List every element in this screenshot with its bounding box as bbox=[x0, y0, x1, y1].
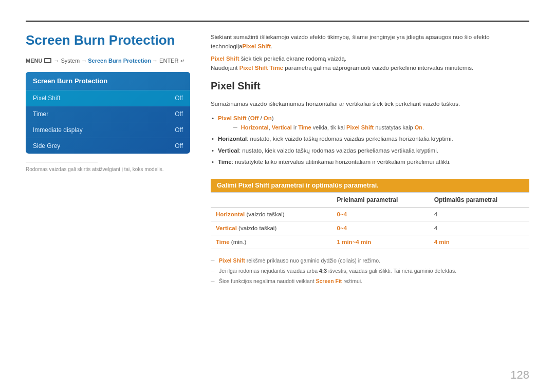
immediate-display-label: Immediate display bbox=[33, 126, 83, 134]
section-title: Pixel Shift bbox=[211, 80, 529, 92]
bullet-pixel-shift-onoff: Pixel Shift (Off / On) Horizontal, Verti… bbox=[211, 114, 529, 132]
table-header-row: Prieinami parametrai Optimalūs parametra… bbox=[211, 193, 529, 208]
time-note: Naudojant Pixel Shift Time parametrą gal… bbox=[211, 65, 529, 71]
page-container: Screen Burn Protection MENU → System → S… bbox=[0, 0, 555, 392]
sub-on2: On bbox=[415, 124, 422, 130]
sub-item-hvt: Horizontal, Vertical ir Time veikia, tik… bbox=[218, 123, 529, 133]
side-grey-value: Off bbox=[175, 142, 183, 150]
menu-item-timer[interactable]: Timer Off bbox=[26, 106, 190, 122]
time-note-text: parametrą galima užprogramuoti vaizdo pe… bbox=[283, 65, 473, 71]
intro-line1-end: . bbox=[271, 43, 272, 49]
bullet-vertical: Vertical: nustato, kiek vaizdo taškų rod… bbox=[211, 146, 529, 155]
table-cell-v-label: Vertical (vaizdo taškai) bbox=[211, 221, 332, 235]
bullet-horizontal: Horizontal: nustato, kiek vaizdo taškų r… bbox=[211, 134, 529, 143]
immediate-display-value: Off bbox=[175, 126, 183, 134]
bullet-v-text: : nustato, kiek vaizdo taškų rodomas vai… bbox=[239, 147, 438, 154]
table-cell-h-label: Horizontal (vaizdo taškai) bbox=[211, 208, 332, 221]
pixel-shift-note-text: šiek tiek perkelia ekrane rodomą vaizdą. bbox=[239, 55, 346, 62]
note3-after: režimui. bbox=[342, 278, 362, 284]
content-area: Screen Burn Protection MENU → System → S… bbox=[26, 32, 529, 377]
table-v-normal: (vaizdo taškai) bbox=[237, 225, 276, 231]
bottom-note-2: Jei ilgai rodomas nejudantis vaizdas arb… bbox=[211, 267, 529, 275]
timer-value: Off bbox=[175, 110, 183, 118]
table-header-optimalus: Optimalūs parametrai bbox=[429, 193, 529, 208]
menu-path-arrow1: → System → bbox=[53, 58, 87, 64]
bullet-ps-off: Off bbox=[250, 115, 259, 121]
bullet-ps-paren: ( bbox=[247, 115, 250, 121]
v-range-value: 0~4 bbox=[337, 225, 347, 231]
menu-path-sbp: Screen Burn Protection bbox=[88, 58, 151, 64]
table-cell-v-range: 0~4 bbox=[332, 221, 429, 235]
intro-line1: Siekiant sumažinti išliekamojo vaizdo ef… bbox=[211, 32, 529, 51]
right-panel: Siekiant sumažinti išliekamojo vaizdo ef… bbox=[206, 32, 529, 377]
bullet-ps-label: Pixel Shift bbox=[218, 115, 247, 121]
h-range-value: 0~4 bbox=[337, 211, 347, 217]
table-header-param bbox=[211, 193, 332, 208]
menu-item-side-grey[interactable]: Side Grey Off bbox=[26, 138, 190, 154]
table-header-prieinami: Prieinami parametrai bbox=[332, 193, 429, 208]
top-line bbox=[26, 21, 529, 22]
bottom-note-1: Pixel Shift reikšmė priklauso nuo gamini… bbox=[211, 256, 529, 265]
enter-icon: ↵ bbox=[180, 58, 184, 64]
page-number: 128 bbox=[510, 368, 529, 382]
sub-time: Time bbox=[298, 124, 311, 130]
bullet-t-text: : nustatykite laiko intervalus atitinkam… bbox=[232, 159, 451, 165]
table-row-horizontal: Horizontal (vaizdo taškai) 0~4 4 bbox=[211, 208, 529, 221]
time-note-prefix: Naudojant bbox=[211, 65, 239, 71]
note3-highlight: Screen Fit bbox=[316, 278, 342, 284]
table-cell-h-optimal: 4 bbox=[429, 208, 529, 221]
t-range-value: 1 min~4 min bbox=[337, 239, 372, 245]
timer-label: Timer bbox=[33, 110, 48, 118]
bottom-note-3: Šios funkcijos negalima naudoti veikiant… bbox=[211, 277, 529, 286]
time-note-highlight: Pixel Shift Time bbox=[239, 65, 283, 71]
t-optimal-value: 4 min bbox=[434, 239, 450, 245]
note1-highlight: Pixel Shift bbox=[219, 257, 245, 264]
menu-item-immediate-display[interactable]: Immediate display Off bbox=[26, 122, 190, 138]
menu-path: MENU → System → Screen Burn Protection →… bbox=[26, 58, 190, 64]
sub-ir: ir bbox=[292, 124, 298, 130]
sub-horizontal: Horizontal bbox=[241, 124, 269, 130]
menu-item-pixel-shift[interactable]: Pixel Shift Off bbox=[26, 90, 190, 106]
sub-vertical: Vertical bbox=[272, 124, 292, 130]
bottom-notes: Pixel Shift reikšmė priklauso nuo gamini… bbox=[211, 256, 529, 285]
menu-box: Screen Burn Protection Pixel Shift Off T… bbox=[26, 72, 190, 154]
table-h-normal: (vaizdo taškai) bbox=[245, 211, 284, 217]
page-title: Screen Burn Protection bbox=[26, 32, 190, 48]
pixel-shift-value: Off bbox=[175, 95, 183, 102]
bullet-time: Time: nustatykite laiko intervalus atiti… bbox=[211, 157, 529, 166]
menu-box-header: Screen Burn Protection bbox=[26, 72, 190, 90]
bullet-list-main: Pixel Shift (Off / On) Horizontal, Verti… bbox=[211, 114, 529, 166]
table-row-time: Time (min.) 1 min~4 min 4 min bbox=[211, 235, 529, 249]
table-h-bold: Horizontal bbox=[216, 211, 245, 217]
pixel-shift-note-bold: Pixel Shift bbox=[211, 55, 239, 62]
table-cell-h-range: 0~4 bbox=[332, 208, 429, 221]
table-row-vertical: Vertical (vaizdo taškai) 0~4 4 bbox=[211, 221, 529, 235]
param-table: Prieinami parametrai Optimalūs parametra… bbox=[211, 192, 529, 249]
menu-path-menu: MENU bbox=[26, 58, 42, 64]
note3-before: Šios funkcijos negalima naudoti veikiant bbox=[219, 278, 316, 284]
table-cell-t-optimal: 4 min bbox=[429, 235, 529, 249]
left-panel: Screen Burn Protection MENU → System → S… bbox=[26, 32, 190, 377]
table-title: Galimi Pixel Shift parametrai ir optimal… bbox=[211, 179, 529, 192]
bullet-t-label: Time bbox=[218, 159, 232, 165]
table-cell-t-label: Time (min.) bbox=[211, 235, 332, 249]
table-cell-t-range: 1 min~4 min bbox=[332, 235, 429, 249]
sub-text: veikia, tik kai bbox=[311, 124, 346, 130]
table-t-bold: Time bbox=[216, 239, 230, 245]
table-v-bold: Vertical bbox=[216, 225, 237, 231]
note1-text: reikšmė priklauso nuo gaminio dydžio (co… bbox=[245, 257, 380, 264]
intro-pixel-shift-highlight: Pixel Shift bbox=[242, 43, 271, 49]
table-t-normal: (min.) bbox=[230, 239, 247, 245]
footnote-divider bbox=[26, 162, 98, 162]
bullet-ps-slash: / bbox=[258, 115, 264, 121]
bullet-ps-close: ) bbox=[272, 115, 274, 121]
pixel-shift-label: Pixel Shift bbox=[33, 95, 60, 102]
pixel-shift-note: Pixel Shift šiek tiek perkelia ekrane ro… bbox=[211, 55, 529, 62]
note2-highlight: 4:3 bbox=[319, 268, 327, 274]
note2-before: Jei ilgai rodomas nejudantis vaizdas arb… bbox=[219, 268, 319, 274]
bullet-h-text: : nustato, kiek vaizdo taškų rodomas vai… bbox=[247, 136, 453, 142]
note2-after: išvestis, vaizdas gali išlikti. Tai nėra… bbox=[327, 268, 456, 274]
table-cell-v-optimal: 4 bbox=[429, 221, 529, 235]
sub-period: . bbox=[422, 124, 424, 130]
sub-set-as: nustatytas kaip bbox=[374, 124, 415, 130]
